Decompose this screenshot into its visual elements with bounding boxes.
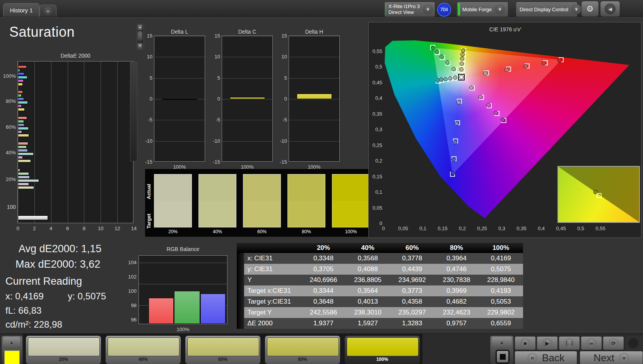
de-group-label: 80% [0, 98, 16, 104]
table-value-cell: 236,8805 [345, 275, 390, 285]
range-button[interactable]: [↔] [559, 336, 580, 350]
patch-color [28, 337, 100, 356]
rgb-y-tick: 102 [124, 274, 137, 280]
table-header-cell: 60% [390, 243, 434, 253]
delta-y-tick: 15 [275, 33, 287, 39]
collapse-panel-button[interactable]: ◀ [600, 1, 620, 17]
table-value-cell: 229,9802 [479, 307, 523, 318]
delta-y-tick: -5 [275, 117, 287, 123]
chevron-down-icon[interactable]: ▼ [571, 4, 581, 14]
table-value-cell: 0,3344 [301, 285, 346, 296]
target-row-label: Target [146, 206, 151, 237]
cie-measured-marker [451, 157, 456, 162]
rgb-x-label: 100% [139, 326, 227, 332]
control-name: Direct Display Control [520, 7, 568, 12]
delta-chart-delta-h: Delta H151050-5-10-15100% [289, 30, 340, 172]
source-dropdown[interactable]: Mobile Forge ▼ [457, 2, 508, 17]
patch-swatch-40% [198, 174, 236, 227]
table-value-cell: 0,3648 [301, 296, 346, 307]
scroll-up-icon[interactable]: ▲ [138, 25, 142, 30]
cie-x-tick: 0,5 [573, 226, 588, 231]
stop-measure-button[interactable] [496, 350, 510, 364]
patch-swatch-60% [243, 174, 281, 227]
cie-measured-marker [453, 140, 457, 144]
table-value-cell: 0,3778 [390, 253, 434, 264]
collapse-left-icon: ◀ [605, 3, 616, 14]
patch-color [267, 337, 339, 356]
blank-icon [628, 338, 638, 348]
delta-y-tick: 15 [141, 33, 152, 39]
table-value-cell: 0,5053 [479, 296, 523, 307]
delta-y-tick: 0 [209, 96, 220, 102]
patch-button-100%[interactable]: 100% [344, 335, 420, 364]
refresh-button[interactable]: ⟳ [603, 336, 624, 350]
source-status-indicator [458, 3, 460, 15]
de-bar [18, 101, 28, 104]
delta-bar [297, 94, 332, 99]
add-tab-button[interactable]: + [39, 5, 56, 17]
cie-x-tick: 0,1 [415, 226, 431, 231]
tab-history[interactable]: History 1 [3, 3, 39, 17]
current-cdm2-value: cd/m²: 228,98 [5, 319, 62, 330]
de-bar [18, 65, 27, 68]
delta-y-tick: -5 [209, 117, 220, 123]
de-group-label: 40% [0, 150, 16, 156]
de-group-label: 20% [0, 176, 16, 182]
cie-x-tick: 0,15 [435, 226, 450, 231]
delta-y-tick: 15 [209, 33, 220, 39]
meter-dropdown[interactable]: X-Rite i1Pro 3 Direct View ▼ [384, 2, 435, 17]
row-lead-cell [237, 296, 244, 307]
play-button[interactable]: ▶ [537, 336, 558, 350]
cie-x-tick: 0,25 [474, 226, 490, 231]
chevron-down-icon[interactable]: ▼ [423, 4, 433, 14]
chevron-down-icon[interactable]: ▼ [495, 4, 505, 14]
settings-button[interactable]: ⚙ [581, 1, 599, 17]
de-bar [18, 104, 22, 108]
patch-button-40%[interactable]: 40% [105, 335, 181, 364]
current-reading-label: Current Reading [5, 275, 82, 287]
cie-measured-marker [460, 56, 464, 61]
table-value-cell: 0,4682 [434, 296, 479, 307]
cie-measured-marker [501, 118, 505, 122]
up-arrow-icon: ▲ [10, 340, 14, 345]
cie-measured-marker [453, 75, 457, 80]
cie-x-tick: 0,35 [514, 226, 529, 231]
table-value-cell: 0,4193 [479, 285, 523, 296]
meter-status-indicator [386, 3, 386, 15]
current-patch-swatch[interactable] [4, 350, 20, 364]
inset-target-marker [597, 193, 602, 198]
stop-button[interactable]: ■ [515, 336, 536, 350]
cie-measured-marker [457, 100, 461, 104]
range-icon: [↔] [564, 338, 575, 348]
de-bar [18, 172, 29, 175]
back-button[interactable]: « Back [515, 351, 577, 364]
cie-y-tick: 0,1 [369, 189, 382, 195]
patch-up-button[interactable]: ▲ [3, 337, 20, 348]
play-icon: ▶ [542, 338, 552, 348]
table-header-cell: 100% [479, 243, 523, 253]
current-y-value: y: 0,5075 [68, 291, 106, 302]
table-value-cell: 235,0297 [390, 307, 434, 318]
cie-1976-panel: CIE 1976 u'v' 0,550,50,450,40,350,30,250… [368, 22, 641, 238]
loop-button[interactable]: ∞ [581, 336, 602, 350]
delta-bar [230, 97, 265, 99]
table-header-cell: 40% [345, 243, 390, 253]
table-value-cell: 232,4623 [434, 307, 479, 318]
scroll-down-icon[interactable]: ▼ [138, 43, 142, 49]
table-value-cell: 238,3010 [345, 307, 390, 318]
de-bar [18, 149, 28, 152]
patch-button-60%[interactable]: 60% [185, 335, 261, 364]
table-value-cell: 1,3283 [390, 318, 434, 329]
current-fl-value: fL: 66,83 [5, 305, 41, 316]
table-value-cell: 0,4088 [345, 264, 390, 275]
delta-y-tick: -15 [275, 159, 287, 165]
next-button[interactable]: Next » [580, 351, 643, 364]
patch-button-80%[interactable]: 80% [265, 335, 340, 364]
de-bar [18, 186, 34, 189]
meter-mode: Direct View [388, 9, 420, 15]
de-bar [18, 130, 22, 133]
measure-up-button[interactable]: ▲ [492, 337, 512, 348]
tab-history-label: History 1 [10, 7, 32, 14]
display-control-dropdown[interactable]: Direct Display Control ▼ [516, 2, 578, 17]
patch-button-20%[interactable]: 20% [26, 335, 101, 364]
